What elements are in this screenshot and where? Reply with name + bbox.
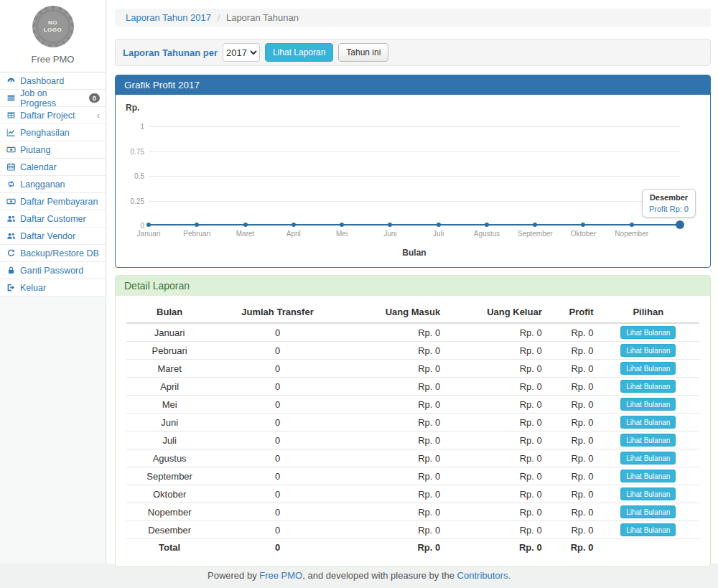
column-header: Pilihan xyxy=(597,302,699,323)
table-cell: Pebruari xyxy=(126,342,213,360)
data-point-april[interactable] xyxy=(292,223,296,227)
lihat-bulanan-button[interactable]: Lihat Bulanan xyxy=(620,434,676,447)
table-cell: Rp. 0 xyxy=(546,414,597,431)
column-header: Uang Masuk xyxy=(342,302,444,323)
lihat-bulanan-button[interactable]: Lihat Bulanan xyxy=(620,344,676,357)
sidebar-item-penghasilan[interactable]: Penghasilan xyxy=(0,124,106,141)
lihat-bulanan-button[interactable]: Lihat Bulanan xyxy=(620,523,676,536)
sidebar-item-daftar-customer[interactable]: Daftar Customer xyxy=(0,210,106,228)
action-cell: Lihat Bulanan xyxy=(597,378,699,396)
sidebar-item-piutang[interactable]: Piutang xyxy=(0,141,106,159)
x-axis-title: Bulan xyxy=(149,248,680,258)
money-icon xyxy=(6,145,16,154)
brand-name: Free PMO xyxy=(0,54,106,65)
table-cell: 0 xyxy=(213,485,342,503)
footer: Powered by Free PMO, and developed with … xyxy=(0,564,718,588)
table-cell: Rp. 0 xyxy=(342,539,444,556)
no-logo-badge: NO LOGO xyxy=(32,6,74,47)
profit-chart: Rp. 10.750.50.250 JanuariPebruariMaretAp… xyxy=(116,95,710,267)
breadcrumb-current: Laporan Tahunan xyxy=(226,12,299,23)
data-point-september[interactable] xyxy=(533,223,537,227)
table-cell: Rp. 0 xyxy=(444,323,545,342)
y-tick-label: 0.25 xyxy=(117,197,144,205)
lihat-bulanan-button[interactable]: Lihat Bulanan xyxy=(620,487,676,500)
x-axis-labels: JanuariPebruariMaretAprilMeiJuniJuliAgus… xyxy=(149,230,680,240)
sidebar-item-backup-restore-db[interactable]: Backup/Restore DB xyxy=(0,245,106,262)
total-row: Total0Rp. 0Rp. 0Rp. 0 xyxy=(126,539,699,556)
sidebar-item-label: Backup/Restore DB xyxy=(20,248,99,258)
table-row: Mei0Rp. 0Rp. 0Rp. 0Lihat Bulanan xyxy=(126,396,699,414)
lihat-bulanan-button[interactable]: Lihat Bulanan xyxy=(620,452,676,465)
sidebar-item-label: Daftar Pembayaran xyxy=(20,197,98,207)
data-point-desember[interactable] xyxy=(676,220,684,229)
table-cell: Rp. 0 xyxy=(444,396,545,414)
y-tick-label: 1 xyxy=(117,123,144,131)
lihat-bulanan-button[interactable]: Lihat Bulanan xyxy=(620,416,676,429)
table-row: Januari0Rp. 0Rp. 0Rp. 0Lihat Bulanan xyxy=(126,323,699,342)
sidebar-item-label: Piutang xyxy=(20,145,50,155)
breadcrumb-link[interactable]: Laporan Tahun 2017 xyxy=(126,12,211,23)
sidebar-item-daftar-vendor[interactable]: Daftar Vendor xyxy=(0,228,106,245)
app-layout: NO LOGO Free PMO DashboardJob on Progres… xyxy=(0,0,718,564)
breadcrumb: Laporan Tahun 2017 / Laporan Tahunan xyxy=(115,9,711,27)
sidebar-item-label: Langganan xyxy=(20,179,65,190)
table-row: Desember0Rp. 0Rp. 0Rp. 0Lihat Bulanan xyxy=(126,521,699,539)
data-point-nopember[interactable] xyxy=(630,223,634,227)
table-row: Juli0Rp. 0Rp. 0Rp. 0Lihat Bulanan xyxy=(126,431,699,449)
data-point-agustus[interactable] xyxy=(485,223,489,227)
lihat-laporan-button[interactable]: Lihat Laporan xyxy=(265,43,333,62)
logo-text-line1: NO xyxy=(48,19,57,27)
data-point-pebruari[interactable] xyxy=(195,223,199,227)
gridline: 1 xyxy=(149,126,680,127)
data-point-maret[interactable] xyxy=(243,223,248,227)
table-cell: Rp. 0 xyxy=(444,467,545,485)
data-point-juni[interactable] xyxy=(388,223,392,227)
action-cell: Lihat Bulanan xyxy=(597,503,699,521)
chart-panel-title: Grafik Profit 2017 xyxy=(116,75,710,95)
data-point-mei[interactable] xyxy=(340,223,344,227)
sidebar-item-label: Penghasilan xyxy=(20,128,70,138)
action-cell xyxy=(597,539,699,556)
data-point-oktober[interactable] xyxy=(581,223,585,227)
table-cell: Rp. 0 xyxy=(546,431,597,449)
lihat-bulanan-button[interactable]: Lihat Bulanan xyxy=(620,398,676,411)
free-pmo-link[interactable]: Free PMO xyxy=(259,570,302,581)
sidebar-item-daftar-pembayaran[interactable]: Daftar Pembayaran xyxy=(0,193,106,210)
tahun-ini-button[interactable]: Tahun ini xyxy=(338,43,388,62)
lihat-bulanan-button[interactable]: Lihat Bulanan xyxy=(620,380,676,393)
tooltip-value: Profit Rp: 0 xyxy=(649,205,689,213)
table-cell: Agustus xyxy=(126,449,213,467)
table-cell: 0 xyxy=(213,378,342,396)
table-cell: Nopember xyxy=(126,503,213,521)
table-cell: Rp. 0 xyxy=(342,396,444,414)
table-row: Juni0Rp. 0Rp. 0Rp. 0Lihat Bulanan xyxy=(126,414,699,431)
data-point-juli[interactable] xyxy=(437,223,441,227)
sidebar-item-ganti-password[interactable]: Ganti Password xyxy=(0,262,106,279)
sidebar-item-job-on-progress[interactable]: Job on Progress0 xyxy=(0,90,106,107)
lihat-bulanan-button[interactable]: Lihat Bulanan xyxy=(620,326,676,339)
table-cell: Rp. 0 xyxy=(546,323,597,342)
lihat-bulanan-button[interactable]: Lihat Bulanan xyxy=(620,362,676,375)
data-point-januari[interactable] xyxy=(146,223,151,227)
x-tick-label: Maret xyxy=(236,230,255,238)
plot-area: 10.750.50.250 xyxy=(149,126,680,225)
year-select[interactable]: 2017 xyxy=(223,43,260,62)
x-tick-label: September xyxy=(518,230,553,238)
action-cell: Lihat Bulanan xyxy=(597,431,699,449)
table-cell: Rp. 0 xyxy=(342,485,444,503)
sidebar-item-daftar-project[interactable]: Daftar Project‹ xyxy=(0,107,106,124)
action-cell: Lihat Bulanan xyxy=(597,485,699,503)
refresh-icon xyxy=(6,248,16,258)
contributors-link[interactable]: Contributors. xyxy=(457,570,510,581)
sidebar-item-dashboard[interactable]: Dashboard xyxy=(0,73,106,90)
sidebar-item-keluar[interactable]: Keluar xyxy=(0,279,106,297)
action-cell: Lihat Bulanan xyxy=(597,521,699,539)
lihat-bulanan-button[interactable]: Lihat Bulanan xyxy=(620,505,676,518)
lihat-bulanan-button[interactable]: Lihat Bulanan xyxy=(620,470,676,482)
table-cell: Rp. 0 xyxy=(546,521,597,539)
calendar-icon xyxy=(6,162,16,172)
table-cell: Rp. 0 xyxy=(342,414,444,431)
sidebar-item-langganan[interactable]: Langganan xyxy=(0,176,106,193)
sidebar-item-calendar[interactable]: Calendar xyxy=(0,159,106,176)
table-cell: Rp. 0 xyxy=(342,360,444,378)
